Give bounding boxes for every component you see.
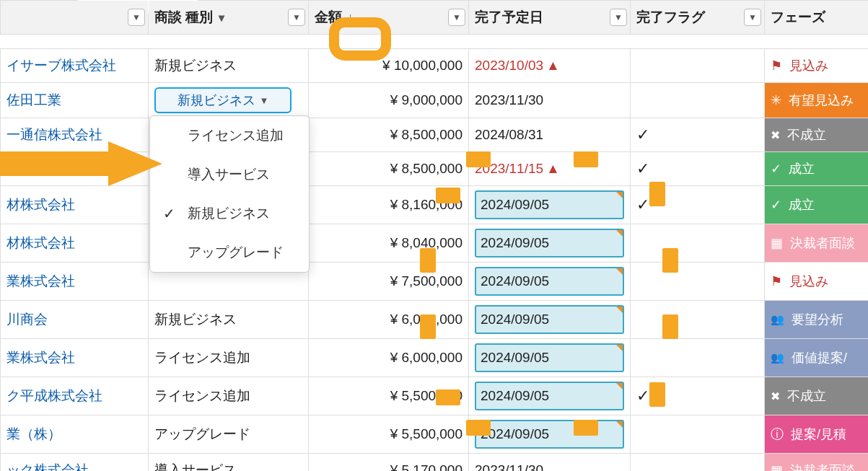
phase-cell[interactable]: 要望分析 bbox=[765, 301, 869, 339]
date-edit-cell[interactable]: 2024/09/05 bbox=[475, 190, 624, 219]
opportunity-table: ▼ 商談 種別 ▾ ▼ 金額 ↓ ▼ 完了予定日 ▼ 完了フラグ ▼ フェーズ bbox=[0, 0, 868, 471]
chevron-down-icon: ▼ bbox=[260, 95, 269, 106]
type-select-editing[interactable]: 新規ビジネス▼ bbox=[154, 87, 291, 113]
phase-cell[interactable]: 不成立 bbox=[765, 377, 869, 415]
done-cell[interactable] bbox=[631, 454, 765, 472]
done-cell[interactable]: ✓ bbox=[631, 152, 765, 186]
amount-cell[interactable]: ¥ 9,000,000 bbox=[309, 83, 469, 118]
done-cell[interactable]: ✓ bbox=[631, 377, 765, 415]
amount-value: ¥ 9,000,000 bbox=[315, 92, 463, 108]
phase-cell[interactable]: 見込み bbox=[765, 49, 869, 83]
date-cell[interactable]: 2024/09/05 bbox=[469, 377, 631, 415]
amount-cell[interactable]: ¥ 5,500,000 bbox=[309, 377, 469, 415]
account-link[interactable]: 一通信株式会社 bbox=[6, 127, 102, 142]
account-link[interactable]: イサーブ株式会社 bbox=[6, 58, 116, 73]
done-cell[interactable] bbox=[631, 301, 765, 339]
date-cell[interactable]: 2024/08/31 bbox=[469, 118, 631, 152]
date-cell[interactable]: 2024/09/05 bbox=[469, 415, 631, 454]
done-cell[interactable] bbox=[631, 415, 765, 454]
done-cell[interactable] bbox=[631, 83, 765, 118]
type-cell[interactable]: 導入サービス bbox=[149, 454, 309, 472]
date-cell[interactable]: 2023/11/30 bbox=[469, 454, 631, 472]
amount-cell[interactable]: ¥ 7,500,000 bbox=[309, 263, 469, 301]
col-amount-header[interactable]: 金額 ↓ ▼ bbox=[309, 1, 469, 35]
date-cell[interactable]: 2024/09/05 bbox=[469, 301, 631, 339]
chevron-down-icon[interactable]: ▼ bbox=[448, 9, 465, 26]
dropdown-item[interactable]: アップグレード bbox=[150, 233, 309, 272]
date-cell[interactable]: 2024/09/05 bbox=[469, 339, 631, 377]
date-cell[interactable]: 2023/10/03▲ bbox=[469, 49, 631, 83]
phase-cell[interactable]: 決裁者面談 bbox=[765, 454, 869, 472]
done-cell[interactable]: ✓ bbox=[631, 118, 765, 152]
amount-cell[interactable]: ¥ 5,500,000 bbox=[309, 415, 469, 454]
type-cell[interactable]: ライセンス追加 bbox=[149, 377, 309, 415]
type-cell[interactable]: ライセンス追加 bbox=[149, 339, 309, 377]
type-dropdown[interactable]: ライセンス追加 導入サービス ✓新規ビジネス アップグレード bbox=[149, 115, 310, 273]
account-link[interactable]: 材株式会社 bbox=[6, 197, 75, 212]
done-cell[interactable] bbox=[631, 224, 765, 263]
dropdown-item[interactable]: 導入サービス bbox=[150, 155, 309, 194]
dropdown-item-label: 導入サービス bbox=[188, 167, 270, 182]
date-value: 2024/09/05 bbox=[481, 350, 549, 366]
date-cell[interactable]: 2023/11/30 bbox=[469, 83, 631, 118]
amount-cell[interactable]: ¥ 5,170,000 bbox=[309, 454, 469, 472]
phase-label: 要望分析 bbox=[792, 311, 843, 328]
phase-cell[interactable]: 価値提案/ bbox=[765, 339, 869, 377]
col-phase-header[interactable]: フェーズ bbox=[765, 1, 869, 35]
amount-cell[interactable]: ¥ 6,000,000 bbox=[309, 339, 469, 377]
amount-cell[interactable]: ¥ 8,500,000 bbox=[309, 118, 469, 152]
date-cell[interactable]: 2024/09/05 bbox=[469, 263, 631, 301]
type-cell[interactable]: 新規ビジネス bbox=[149, 49, 309, 83]
date-edit-cell[interactable]: 2024/09/05 bbox=[475, 305, 624, 334]
amount-cell[interactable]: ¥ 8,500,000 bbox=[309, 152, 469, 186]
done-cell[interactable] bbox=[631, 339, 765, 377]
account-link[interactable]: ック株式会社 bbox=[6, 462, 89, 471]
account-link[interactable]: 業（株） bbox=[6, 426, 61, 441]
chevron-down-icon[interactable]: ▼ bbox=[610, 9, 627, 26]
col-name-header[interactable]: ▼ bbox=[1, 1, 149, 35]
phase-cell[interactable]: 見込み bbox=[765, 263, 869, 301]
type-cell[interactable]: 新規ビジネス bbox=[149, 301, 309, 339]
check-icon: ✓ bbox=[636, 126, 649, 144]
done-cell[interactable] bbox=[631, 49, 765, 83]
done-cell[interactable]: ✓ bbox=[631, 186, 765, 224]
account-link[interactable]: 川商会 bbox=[6, 312, 48, 327]
account-link[interactable]: 業株式会社 bbox=[6, 273, 75, 289]
account-link[interactable]: ック株式会社 bbox=[6, 161, 89, 176]
account-link[interactable]: 材株式会社 bbox=[6, 235, 75, 250]
amount-cell[interactable]: ¥ 8,160,000 bbox=[309, 186, 469, 224]
col-done-header[interactable]: 完了フラグ ▼ bbox=[631, 1, 765, 35]
phase-cell[interactable]: 提案/見積 bbox=[765, 415, 869, 454]
phase-cell[interactable]: 決裁者面談 bbox=[765, 224, 869, 263]
date-edit-cell[interactable]: 2024/09/05 bbox=[475, 229, 624, 257]
col-date-header[interactable]: 完了予定日 ▼ bbox=[469, 1, 631, 35]
phase-cell[interactable]: 成立 bbox=[765, 186, 869, 224]
phase-cell[interactable]: 成立 bbox=[765, 152, 869, 186]
dropdown-item-selected[interactable]: ✓新規ビジネス bbox=[150, 194, 309, 233]
type-cell[interactable]: アップグレード bbox=[149, 415, 309, 454]
amount-value: ¥ 7,500,000 bbox=[315, 273, 463, 289]
amount-cell[interactable]: ¥ 10,000,000 bbox=[309, 49, 469, 83]
chevron-down-icon[interactable]: ▼ bbox=[288, 9, 305, 26]
date-cell[interactable]: 2023/11/15▲ bbox=[469, 152, 631, 186]
date-edit-cell[interactable]: 2024/09/05 bbox=[475, 267, 624, 296]
date-cell[interactable]: 2024/09/05 bbox=[469, 224, 631, 263]
chevron-down-icon[interactable]: ▼ bbox=[744, 9, 761, 26]
account-link[interactable]: 業株式会社 bbox=[6, 350, 75, 365]
phase-label: 成立 bbox=[789, 160, 815, 177]
col-type-header[interactable]: 商談 種別 ▾ ▼ bbox=[149, 1, 309, 35]
date-cell[interactable]: 2024/09/05 bbox=[469, 186, 631, 224]
date-edit-cell[interactable]: 2024/09/05 bbox=[475, 382, 624, 410]
date-edit-cell[interactable]: 2024/09/05 bbox=[475, 343, 624, 372]
phase-cell[interactable]: 有望見込み bbox=[765, 83, 869, 118]
phase-cell[interactable]: 不成立 bbox=[765, 118, 869, 152]
date-edit-cell[interactable]: 2024/09/05 bbox=[475, 420, 624, 449]
account-link[interactable]: ク平成株式会社 bbox=[6, 388, 102, 403]
amount-cell[interactable]: ¥ 6,000,000 bbox=[309, 301, 469, 339]
dropdown-item[interactable]: ライセンス追加 bbox=[150, 116, 309, 155]
done-cell[interactable] bbox=[631, 263, 765, 301]
amount-cell[interactable]: ¥ 8,040,000 bbox=[309, 224, 469, 263]
chevron-down-icon[interactable]: ▼ bbox=[128, 9, 145, 26]
type-cell[interactable]: 新規ビジネス▼ bbox=[149, 83, 309, 118]
account-link[interactable]: 佐田工業 bbox=[6, 92, 61, 107]
